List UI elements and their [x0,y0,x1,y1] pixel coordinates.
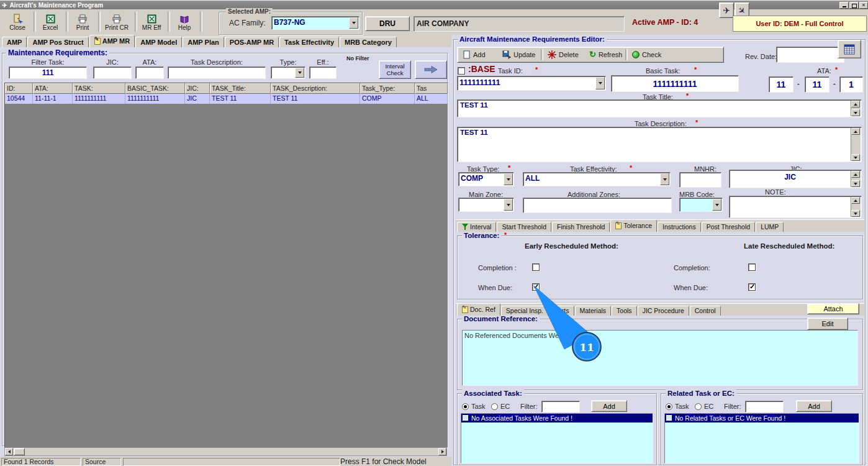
task-type-select[interactable]: COMP [458,172,514,186]
list-item[interactable]: No Associated Tasks Were Found ! [461,414,653,423]
tab-jic-procedure[interactable]: JIC Procedure [638,306,689,316]
base-checkbox[interactable] [458,67,465,75]
late-completion-checkbox[interactable] [748,263,756,271]
scroll-up-button[interactable] [851,171,860,178]
filter-ata-input[interactable] [135,66,164,79]
early-completion-checkbox[interactable] [532,263,540,271]
update-button[interactable]: Update [500,48,538,61]
delete-button[interactable]: Delete [545,48,581,61]
tab-lump[interactable]: LUMP [756,222,784,232]
tab-control[interactable]: Control [690,306,721,316]
dru-button[interactable]: DRU [365,16,410,31]
tab-parts[interactable]: Parts [549,306,574,316]
tab-mrb-category[interactable]: MRB Category [340,37,397,47]
dropdown-button[interactable] [504,173,513,185]
associated-add-button[interactable]: Add [591,400,627,412]
row-checkbox[interactable] [666,415,672,421]
additional-zones-field[interactable] [523,198,672,213]
scroll-down-button[interactable] [851,154,860,161]
grid-header[interactable]: TASK_Description: [271,83,360,94]
dropdown-button[interactable] [504,199,513,211]
filter-task-input[interactable]: 111 [9,66,87,79]
filter-jic-input[interactable] [93,66,132,79]
associated-task-list[interactable]: No Associated Tasks Were Found ! [461,413,653,464]
grid-header[interactable]: Tas [415,83,448,94]
grid-hscrollbar[interactable] [4,447,447,456]
task-description-textarea[interactable]: TEST 11 [457,127,862,162]
vertical-scrollbar[interactable] [851,171,861,187]
tab-amp[interactable]: AMP [2,37,27,47]
check-button[interactable]: Check [630,48,664,61]
tab-amp-pos-struct[interactable]: AMP Pos Struct [27,37,88,47]
tab-tolerance[interactable]: Tolerance [610,219,657,232]
jic-textarea[interactable]: JIC [729,170,862,188]
go-arrow-button[interactable] [415,60,447,79]
row-checkbox[interactable] [463,415,468,421]
ata-field-1[interactable]: 11 [769,76,793,93]
mr-eff-button[interactable]: MR Eff [137,11,166,34]
task-id-select[interactable]: 1111111111 [457,76,606,91]
grid-header[interactable]: ATA: [33,83,73,94]
airplane-tool-button-1[interactable]: ✈ [719,2,734,18]
interval-check-button[interactable]: Interval Check [379,60,411,79]
scroll-down-button[interactable] [851,210,860,217]
list-item[interactable]: No Related Tasks or EC Were Found ! [665,414,859,423]
scroll-left-button[interactable] [5,448,13,455]
task-effectivity-select[interactable]: ALL [523,172,671,186]
early-when-due-checkbox[interactable] [532,283,540,291]
add-button[interactable]: Add [460,48,488,61]
related-task-radio[interactable] [666,403,672,410]
minimize-button[interactable] [839,2,849,9]
print-button[interactable]: Print [68,11,97,34]
mrb-code-select[interactable] [679,198,723,212]
help-button[interactable]: Help [170,11,199,34]
mnhr-field[interactable] [679,172,721,188]
tab-doc-ref[interactable]: Doc. Ref [457,303,500,316]
note-textarea[interactable] [729,196,862,218]
scroll-right-button[interactable] [438,448,446,455]
late-when-due-checkbox[interactable] [748,283,756,291]
company-field[interactable]: AIR COMPANY [414,16,625,32]
tab-finish-threshold[interactable]: Finish Threshold [552,222,610,232]
grid-header[interactable]: JIC: [185,83,210,94]
rev-date-field[interactable] [776,47,844,63]
dropdown-button[interactable] [295,68,304,78]
mr-grid[interactable]: ID: ATA: TASK: BASIC_TASK: JIC: TASK_Tit… [4,83,448,448]
associated-filter-input[interactable] [541,401,580,413]
scroll-up-button[interactable] [851,197,860,204]
related-ec-radio[interactable] [695,403,702,410]
filter-type-select[interactable] [271,66,305,79]
dropdown-button[interactable] [349,17,358,29]
dropdown-button[interactable] [660,173,669,185]
print-cr-button[interactable]: Print CR [100,11,133,34]
tab-amp-plan[interactable]: AMP Plan [183,37,224,47]
dropdown-button[interactable] [595,77,605,89]
vertical-scrollbar[interactable] [851,101,861,116]
attach-button[interactable]: Attach [807,303,859,314]
associated-ec-radio[interactable] [491,403,498,410]
grid-header[interactable]: TASK_Title: [210,83,271,94]
dropdown-button[interactable] [712,199,721,211]
scroll-down-button[interactable] [851,109,860,116]
edit-button[interactable]: Edit [807,318,848,330]
tab-amp-mr[interactable]: AMP MR [89,35,135,47]
main-zone-select[interactable] [458,198,514,212]
tab-pos-amp-mr[interactable]: POS-AMP MR [225,37,279,47]
scroll-down-button[interactable] [851,180,860,187]
tab-start-threshold[interactable]: Start Threshold [497,222,551,232]
restore-button[interactable] [849,2,859,9]
tab-amp-model[interactable]: AMP Model [135,37,182,47]
ata-field-2[interactable]: 11 [805,76,830,93]
hscroll-thumb[interactable] [14,448,25,455]
tab-instructions[interactable]: Instructions [658,222,701,232]
scroll-up-button[interactable] [851,101,860,107]
close-button[interactable]: Close [2,11,33,34]
vertical-scrollbar[interactable] [851,197,861,217]
tab-special-insp[interactable]: Special Insp. [501,306,548,316]
grid-header[interactable]: Task_Type: [360,83,415,94]
tab-tools[interactable]: Tools [612,306,637,316]
grid-header[interactable]: BASIC_TASK: [125,83,185,94]
calendar-button[interactable] [838,40,861,58]
ac-family-select[interactable]: B737-NG [271,16,359,30]
tab-materials[interactable]: Materials [575,306,612,316]
